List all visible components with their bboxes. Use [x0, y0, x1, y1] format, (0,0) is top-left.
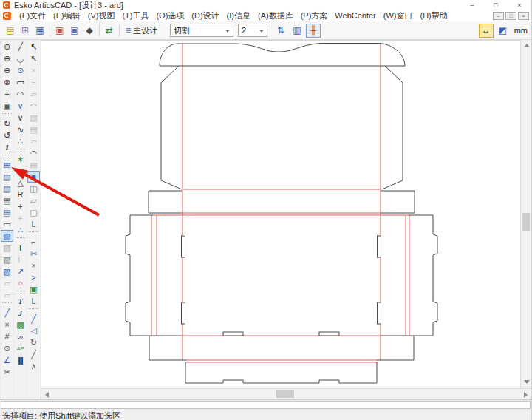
vertical-scrollbar[interactable] [520, 40, 531, 388]
swatch-tool[interactable]: ▩ [14, 319, 27, 331]
mdi-minimize-button[interactable]: – [493, 12, 504, 20]
script-text-tool[interactable]: J [14, 307, 27, 319]
map-view-button[interactable]: ◩ [496, 24, 511, 38]
cross-tool[interactable]: × [27, 260, 40, 271]
arc-tool[interactable]: ◠ [14, 88, 27, 100]
spray-tool[interactable]: ∴ [14, 224, 27, 236]
fill-pour-tool[interactable]: ▧ [1, 254, 13, 265]
italic-text-tool[interactable]: T [14, 295, 27, 307]
output-button[interactable]: ⊞ [18, 24, 33, 38]
panel-tool-3[interactable]: ▱ [27, 135, 40, 147]
info-tool[interactable]: i [1, 141, 13, 153]
design-canvas[interactable] [41, 40, 520, 388]
group-move-tool[interactable]: ▱ [27, 88, 40, 100]
segment-dots-tool[interactable]: ∴ [14, 135, 27, 147]
direction-arrow-tool[interactable]: ↙ [14, 165, 27, 177]
diagonal-tool[interactable]: ╱ [27, 348, 40, 360]
chevron-tool[interactable]: > [27, 271, 40, 283]
flip-direction-button[interactable]: ↔ [479, 24, 494, 38]
delete-tool[interactable]: × [27, 64, 40, 76]
fill-tool-2[interactable]: ▧ [1, 242, 13, 254]
multi-select-tool[interactable]: ↖ [27, 52, 40, 64]
convert-3d-button[interactable]: ◆ [82, 24, 97, 38]
counter-tool[interactable]: ▣ [27, 283, 40, 295]
mdi-close-button[interactable]: × [518, 12, 529, 20]
line-type-select[interactable]: 切割 [170, 24, 233, 37]
angle-lines-tool[interactable]: ∠ [1, 354, 13, 366]
dot-line-tool[interactable]: ╱ [27, 313, 40, 325]
select-tool[interactable]: ↖ [27, 41, 40, 52]
menu-options[interactable]: (O)选项 [152, 10, 188, 21]
menu-database[interactable]: (A)数据库 [254, 10, 297, 21]
menu-file[interactable]: (F)文件 [16, 10, 50, 21]
group-tool-1[interactable]: ▱ [1, 277, 13, 289]
fillet-tool[interactable]: ◠ [27, 147, 40, 159]
line-draft-tool[interactable]: ╱ [1, 307, 13, 319]
menu-help[interactable]: (H)帮助 [417, 10, 451, 21]
barcode-tool[interactable]: ||| [14, 354, 27, 366]
menu-scheme[interactable]: (P)方案 [297, 10, 332, 21]
image-update-tool[interactable]: ▤ [1, 171, 13, 183]
rebuild-button[interactable]: ▣ [52, 24, 67, 38]
layers-tool[interactable]: ≡ [27, 76, 40, 88]
minimize-button[interactable]: – [460, 0, 484, 10]
triangle-check-tool[interactable]: ◁ [27, 325, 40, 336]
corner-tool[interactable]: ⌐ [27, 236, 40, 248]
add-print-image-tool[interactable]: ▤ [1, 159, 13, 171]
close-button[interactable]: × [508, 0, 531, 10]
vertical-scroll-thumb[interactable] [522, 213, 530, 231]
rotate-ccw-tool[interactable]: ↺ [1, 129, 13, 141]
menu-edit[interactable]: (E)编辑 [50, 10, 84, 21]
rotate-cw-tool[interactable]: ↻ [1, 118, 13, 129]
gear-pair-tool[interactable]: ∗ [14, 153, 27, 165]
move-point-tool[interactable]: + [14, 200, 27, 212]
group-tool-2[interactable]: ▱ [1, 289, 13, 301]
image-swap-tool[interactable]: ▤ [1, 183, 13, 194]
image-screen-tool[interactable]: ▤ [1, 194, 13, 206]
set-square-tool[interactable]: △ [14, 177, 27, 189]
move-point-tool-2[interactable]: + [14, 212, 27, 224]
curve-tool[interactable]: ◡ [14, 52, 27, 64]
panel-tool-4[interactable]: ▤ [27, 159, 40, 171]
circle-center-tool[interactable]: ⊙ [1, 342, 13, 354]
update-design-button[interactable]: ▣ [67, 24, 82, 38]
overlay-layers-button[interactable]: ▥ [290, 24, 304, 38]
scroll-right-button[interactable] [524, 392, 528, 398]
maximize-button[interactable]: □ [484, 0, 508, 10]
ap-label-tool[interactable]: AP [14, 342, 27, 354]
zoom-in-tool[interactable]: ⊕ [1, 41, 13, 52]
menu-window[interactable]: (W)窗口 [380, 10, 417, 21]
frame-tool[interactable]: ▭ [1, 218, 13, 230]
menu-tools[interactable]: (T)工具 [118, 10, 152, 21]
menu-info[interactable]: (I)信息 [223, 10, 254, 21]
circle-tool[interactable]: ⊙ [14, 64, 27, 76]
zoom-out-tool[interactable]: ⊖ [1, 64, 13, 76]
fill-blue-tool[interactable]: ▧ [1, 265, 13, 277]
pointage-select[interactable]: 2 [238, 24, 267, 37]
mdi-restore-button[interactable]: □ [505, 12, 516, 20]
fill-tool[interactable]: ▧ [1, 230, 13, 242]
stack-cubes-tool[interactable]: ◫ [27, 183, 40, 194]
cross-out-tool[interactable]: × [1, 319, 13, 331]
menu-design[interactable]: (D)设计 [188, 10, 222, 21]
paperclip-tool[interactable]: ∞ [14, 331, 27, 342]
save-button[interactable]: ▦ [33, 24, 47, 38]
boxes-tool[interactable]: ▱ [27, 194, 40, 206]
rectangle-tool[interactable]: ▭ [14, 76, 27, 88]
polyline-tool[interactable]: ∨ [14, 100, 27, 112]
ellipse-mark-tool[interactable]: ○ [14, 277, 27, 289]
swap-views-button[interactable]: ⇄ [102, 24, 117, 38]
scroll-up-button[interactable] [524, 44, 530, 47]
path-tool[interactable]: L [27, 218, 40, 230]
scroll-down-button[interactable] [524, 380, 530, 384]
line-tool[interactable]: ╱ [14, 41, 27, 52]
wave-tool[interactable]: ∿ [14, 123, 27, 135]
pan-tool[interactable]: + [1, 88, 13, 100]
zigzag-path-tool[interactable]: L [27, 295, 40, 307]
dieline-view-button[interactable]: ╫ [306, 24, 321, 38]
screen-view-tool[interactable]: ▣ [1, 100, 13, 112]
corner-arc-tool[interactable]: ◠ [27, 100, 40, 112]
hatch-tool[interactable]: # [1, 331, 13, 342]
main-design-button[interactable]: ≡ 主设计 [122, 23, 161, 38]
panel-tool-5[interactable]: ▢ [27, 206, 40, 218]
